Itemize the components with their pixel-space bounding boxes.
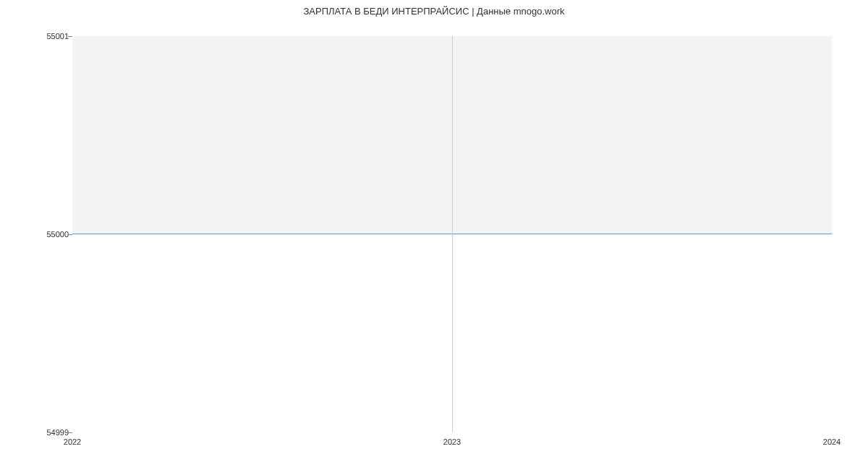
x-tick-label: 2023 <box>443 437 461 446</box>
y-tick-label: 54999 <box>46 428 69 437</box>
y-tick-mark <box>68 36 72 37</box>
x-tick-label: 2022 <box>64 437 81 446</box>
y-tick-label: 55000 <box>46 230 69 239</box>
grid-line <box>452 36 453 432</box>
y-tick-label: 55001 <box>46 32 69 40</box>
y-tick-mark <box>68 234 72 235</box>
x-tick-label: 2024 <box>823 437 841 446</box>
y-tick-mark <box>68 432 72 433</box>
chart-title: ЗАРПЛАТА В БЕДИ ИНТЕРПРАЙСИС | Данные mn… <box>0 0 868 17</box>
